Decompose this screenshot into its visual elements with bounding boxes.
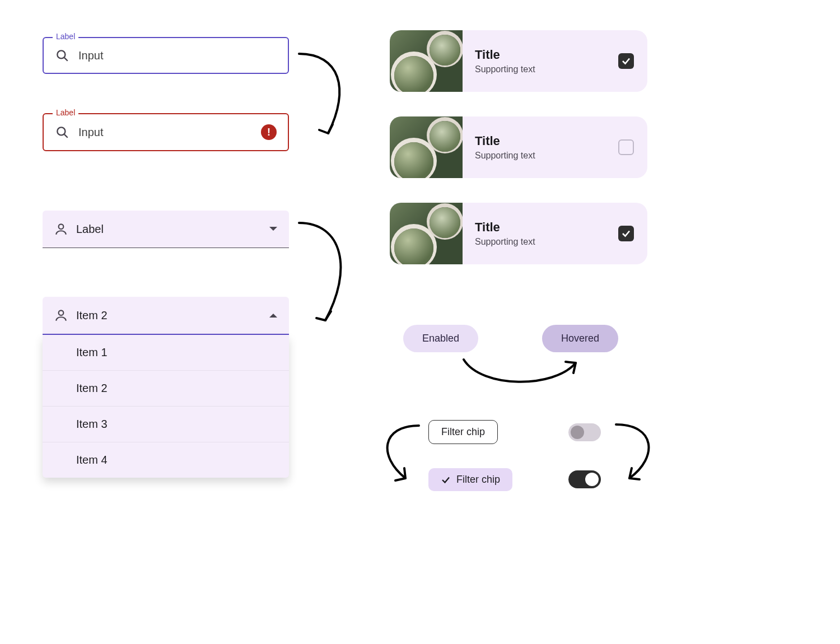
dropdown-menu: Item 1 Item 2 Item 3 Item 4 <box>43 335 289 478</box>
list-item[interactable]: Title Supporting text <box>390 203 647 264</box>
search-icon <box>55 125 69 139</box>
svg-line-3 <box>64 134 68 138</box>
check-icon <box>441 475 451 485</box>
list-item[interactable]: Title Supporting text <box>390 30 647 92</box>
error-icon: ! <box>261 124 277 140</box>
list-item-support: Supporting text <box>475 64 606 74</box>
svg-point-0 <box>57 50 65 58</box>
checkbox-unchecked[interactable] <box>618 139 634 155</box>
arrow-icon <box>459 354 582 393</box>
dropdown-item[interactable]: Item 3 <box>43 407 289 442</box>
svg-point-5 <box>59 310 64 315</box>
dropdown-label: Label <box>76 223 261 236</box>
filter-chip-selected[interactable]: Filter chip <box>428 468 512 491</box>
list-item-title: Title <box>475 220 606 235</box>
list-item-support: Supporting text <box>475 237 606 247</box>
textfield-input[interactable] <box>77 49 277 63</box>
svg-point-2 <box>57 127 65 135</box>
textfield-label: Label <box>53 32 78 41</box>
dropdown-open[interactable]: Item 2 Item 1 Item 2 Item 3 Item 4 <box>43 297 289 478</box>
arrow-icon <box>375 422 426 484</box>
arrow-icon <box>610 421 661 484</box>
dropdown-item[interactable]: Item 1 <box>43 335 289 371</box>
search-icon <box>55 48 69 63</box>
chip-label: Filter chip <box>441 426 485 438</box>
textfield-input[interactable] <box>77 125 253 139</box>
list-thumbnail <box>390 116 463 178</box>
switch-thumb <box>585 473 599 486</box>
dropdown-closed[interactable]: Label <box>43 211 289 248</box>
chip-label: Filter chip <box>456 474 500 486</box>
arrow-icon <box>295 49 356 146</box>
list-item-support: Supporting text <box>475 151 606 161</box>
person-icon <box>54 308 68 323</box>
list-item[interactable]: Title Supporting text <box>390 116 647 178</box>
switch-off[interactable] <box>568 423 601 441</box>
textfield-outlined-normal[interactable]: Label <box>43 37 289 74</box>
textfield-label: Label <box>53 108 78 117</box>
chevron-down-icon <box>269 224 278 234</box>
filter-chip-outlined[interactable]: Filter chip <box>428 420 498 444</box>
chevron-up-icon <box>269 310 278 320</box>
checkbox-checked[interactable] <box>618 226 634 241</box>
svg-point-4 <box>59 224 64 229</box>
list-thumbnail <box>390 203 463 264</box>
list-thumbnail <box>390 30 463 92</box>
list-item-title: Title <box>475 134 606 148</box>
svg-line-1 <box>64 58 68 61</box>
button-hovered[interactable]: Hovered <box>542 325 618 352</box>
checkbox-checked[interactable] <box>618 53 634 69</box>
dropdown-selected: Item 2 <box>76 309 261 322</box>
button-enabled[interactable]: Enabled <box>403 325 478 352</box>
person-icon <box>54 222 68 236</box>
switch-on[interactable] <box>568 470 601 488</box>
dropdown-item[interactable]: Item 4 <box>43 442 289 478</box>
textfield-outlined-error[interactable]: Label ! <box>43 113 289 151</box>
dropdown-item[interactable]: Item 2 <box>43 371 289 407</box>
switch-thumb <box>571 426 584 439</box>
arrow-icon <box>295 218 356 330</box>
list-item-title: Title <box>475 48 606 62</box>
